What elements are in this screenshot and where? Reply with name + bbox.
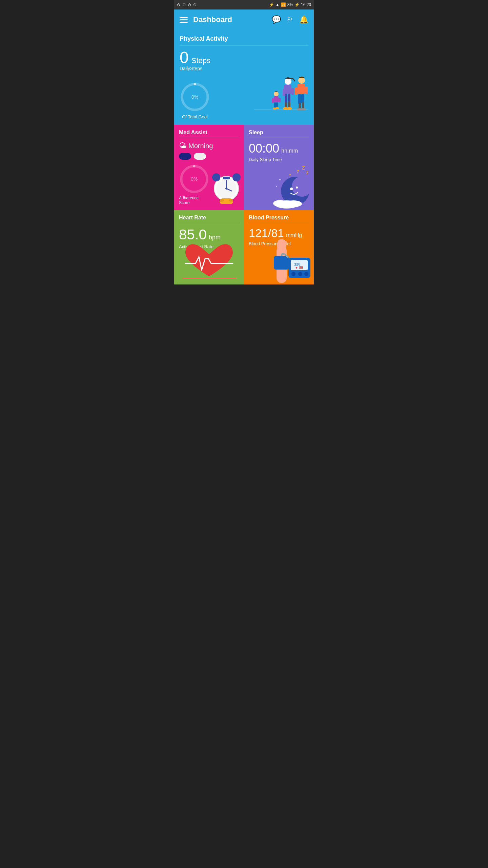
svg-point-52 xyxy=(290,188,293,190)
battery-percent: 8% xyxy=(287,2,293,7)
svg-text:z: z xyxy=(302,164,305,171)
running-illustration xyxy=(254,75,308,119)
svg-rect-13 xyxy=(298,84,305,94)
moon-illustration: z z z xyxy=(270,164,314,210)
svg-rect-14 xyxy=(298,94,301,104)
bluetooth-icon: ⚡ xyxy=(269,2,274,7)
battery-icon: ⚡ xyxy=(294,2,300,7)
heart-svg xyxy=(179,242,240,283)
bp-unit: mmHg xyxy=(286,232,302,238)
svg-rect-68 xyxy=(278,240,280,245)
bp-screen-bottom: ▼ 80 xyxy=(295,266,303,270)
hamburger-menu[interactable] xyxy=(180,17,188,23)
header-left: Dashboard xyxy=(180,15,232,24)
svg-point-58 xyxy=(276,186,277,187)
hamburger-line-1 xyxy=(180,17,188,18)
activity-bottom: 0% Of Total Goal xyxy=(180,75,308,119)
alarm-svg xyxy=(209,170,243,204)
svg-rect-40 xyxy=(223,177,230,179)
svg-point-57 xyxy=(279,179,281,180)
sleep-unit: hh:mm xyxy=(281,148,298,154)
bp-row: 121/81 mmHg xyxy=(249,226,309,240)
chat-icon[interactable]: 💬 xyxy=(272,15,281,24)
morning-label: Morning xyxy=(188,142,213,150)
running-svg xyxy=(254,75,308,119)
med-bottom: 0% Adherence Score xyxy=(179,164,239,205)
phone-container: ⊙ ⊙ ⊙ ⊙ ⚡ ▲ 📶 8% ⚡ 16:20 Dashboard 💬 🏳 xyxy=(174,0,314,284)
svg-rect-15 xyxy=(301,94,304,103)
flag-icon[interactable]: 🏳 xyxy=(286,15,294,24)
svg-point-53 xyxy=(296,186,298,189)
svg-point-38 xyxy=(212,173,220,181)
svg-rect-6 xyxy=(283,89,285,96)
camera-icon-2: ⊙ xyxy=(182,2,186,7)
svg-point-66 xyxy=(304,272,308,276)
morning-row: 🌤 Morning xyxy=(179,141,239,150)
signal-icon: 📶 xyxy=(281,2,286,7)
svg-text:z: z xyxy=(306,170,308,175)
svg-rect-17 xyxy=(305,86,308,94)
sun-icon: 🌤 xyxy=(179,141,186,150)
steps-row: 0 Steps xyxy=(180,50,308,66)
activity-goal-label: Of Total Goal xyxy=(182,114,208,119)
svg-rect-26 xyxy=(272,98,274,103)
med-assist-title: Med Assist xyxy=(179,130,239,138)
svg-rect-69 xyxy=(281,239,283,245)
hr-value: 85.0 xyxy=(179,226,207,243)
svg-point-47 xyxy=(289,174,291,175)
svg-rect-27 xyxy=(279,98,281,102)
status-left-icons: ⊙ ⊙ ⊙ ⊙ xyxy=(177,2,197,7)
svg-text:z: z xyxy=(297,169,299,174)
svg-point-29 xyxy=(275,107,279,109)
sleep-time: 00:00 xyxy=(249,141,279,156)
camera-icon-4: ⊙ xyxy=(193,2,197,7)
physical-activity-section: Physical Activity 0 Steps DailySteps 0% … xyxy=(174,30,314,125)
heart-rate-title: Heart Rate xyxy=(179,215,239,223)
svg-point-43 xyxy=(229,199,234,202)
svg-rect-5 xyxy=(288,94,290,103)
hamburger-line-3 xyxy=(180,22,188,23)
svg-point-55 xyxy=(273,200,287,207)
heart-rate-section: Heart Rate 85.0 bpm Active Heart Rate xyxy=(174,210,244,284)
status-right-icons: ⚡ ▲ 📶 8% ⚡ 16:20 xyxy=(269,2,311,7)
svg-point-56 xyxy=(285,200,302,207)
svg-rect-23 xyxy=(274,96,279,102)
camera-icon-1: ⊙ xyxy=(177,2,180,7)
svg-rect-70 xyxy=(283,240,285,245)
svg-point-2 xyxy=(285,78,291,85)
header: Dashboard 💬 🏳 🔔 xyxy=(174,9,314,30)
camera-icon-3: ⊙ xyxy=(188,2,191,7)
moon-svg: z z z xyxy=(270,164,314,209)
svg-point-42 xyxy=(219,199,224,202)
pill-row xyxy=(179,153,239,160)
hr-row: 85.0 bpm xyxy=(179,226,239,243)
bell-icon[interactable]: 🔔 xyxy=(299,15,308,24)
status-bar: ⊙ ⊙ ⊙ ⊙ ⚡ ▲ 📶 8% ⚡ 16:20 xyxy=(174,0,314,9)
activity-percent: 0% xyxy=(191,94,198,100)
svg-point-21 xyxy=(301,108,306,111)
svg-rect-7 xyxy=(291,88,294,95)
sleep-sub-label: Daily Sleep Time xyxy=(249,157,309,162)
bp-svg: 120 ▼ 80 xyxy=(266,239,314,283)
daily-steps-label: DailySteps xyxy=(180,66,308,71)
svg-point-65 xyxy=(298,272,302,276)
time-display: 16:20 xyxy=(301,2,311,7)
pill-light xyxy=(194,153,206,160)
svg-point-22 xyxy=(274,92,279,96)
steps-label: Steps xyxy=(191,56,210,65)
hamburger-line-2 xyxy=(180,19,188,20)
svg-point-11 xyxy=(287,107,292,110)
physical-activity-title: Physical Activity xyxy=(180,35,308,45)
svg-rect-71 xyxy=(285,241,287,245)
heart-illustration xyxy=(179,242,240,284)
hr-unit: bpm xyxy=(209,234,221,241)
svg-point-51 xyxy=(292,176,312,197)
steps-count: 0 xyxy=(180,50,189,66)
adherence-label: Adherence Score xyxy=(179,196,209,205)
pill-dark xyxy=(179,153,191,160)
adherence-percent: 0% xyxy=(191,176,198,182)
header-action-icons: 💬 🏳 🔔 xyxy=(272,15,308,24)
bottom-grid: Heart Rate 85.0 bpm Active Heart Rate xyxy=(174,210,314,284)
sleep-section: Sleep 00:00 hh:mm Daily Sleep Time z z z xyxy=(244,125,314,210)
wifi-icon: ▲ xyxy=(276,2,280,7)
